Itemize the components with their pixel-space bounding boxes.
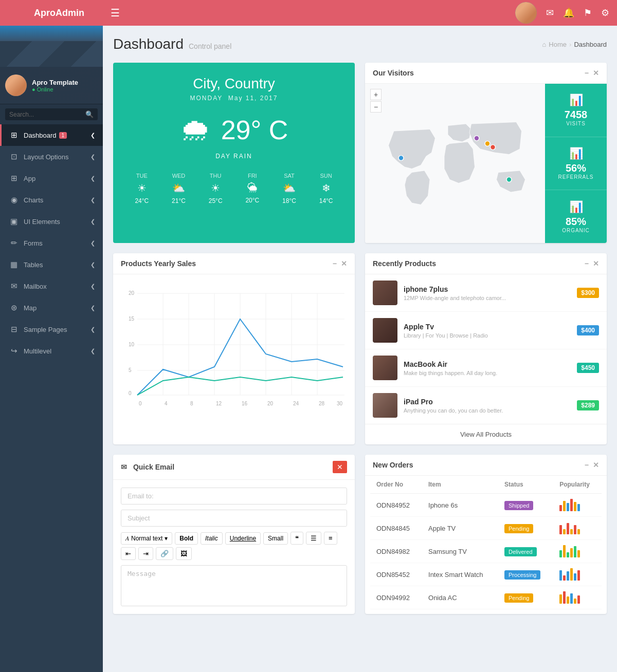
sidebar-item-charts[interactable]: ◉ Charts ❮ [0,189,103,211]
map-zoom-in[interactable]: + [370,89,382,100]
italic-button[interactable]: Italic [201,532,223,545]
map-zoom-out[interactable]: − [370,101,382,113]
small-button[interactable]: Small [263,532,288,545]
home-icon: ⌂ [542,41,547,48]
mail-icon[interactable]: ✉ [546,7,554,18]
table-row: ODN84845 Apple TV Pending [370,517,602,540]
flag-icon[interactable]: ⚑ [584,7,592,18]
product-name-2: MacBook Air [404,360,571,368]
product-desc-2: Make big things happen. All day long. [404,370,571,376]
forecast-day-4: SAT ⛅ 18°C [282,173,296,204]
user-avatar-nav[interactable] [515,2,537,24]
underline-button[interactable]: Underline [225,532,261,545]
email-subject-input[interactable] [121,510,347,527]
email-close-button[interactable]: ✕ [333,461,347,473]
world-map-svg [365,84,545,243]
close-orders-icon[interactable]: ✕ [593,461,599,469]
svg-text:8: 8 [190,401,193,406]
sidebar-item-label: Forms [24,239,43,247]
sidebar-item-label: Dashboard [24,132,57,139]
bold-button[interactable]: Bold [175,532,198,545]
col-item: Item [422,476,498,494]
order-no: ODN84982 [370,540,422,563]
search-input[interactable] [9,111,85,118]
sidebar-item-tables[interactable]: ▦ Tables ❮ [0,254,103,275]
minimize-sales-icon[interactable]: − [333,259,337,268]
product-price-3: $289 [577,400,599,410]
orders-table: Order No Item Status Popularity ODN84952… [370,476,602,609]
hamburger-icon[interactable]: ☰ [111,7,120,19]
sidebar-item-multilevel[interactable]: ↪ Multilevel ❮ [0,340,103,362]
tables-icon: ▦ [9,260,19,269]
weather-temperature: 29° C [221,115,288,145]
sidebar-status: Online [32,86,78,92]
sidebar-item-layout[interactable]: ⊡ Layout Options ❮ [0,146,103,167]
email-to-input[interactable] [121,488,347,505]
view-all-products-button[interactable]: View All Products [365,424,607,444]
sidebar-item-app[interactable]: ⊞ App ❮ [0,167,103,189]
order-status: Delivered [498,540,553,563]
breadcrumb-home[interactable]: Home [549,41,567,48]
order-item: Onida AC [422,586,498,609]
forms-icon: ✏ [9,238,19,248]
format-icon: 𝐴 [125,535,129,542]
bell-icon[interactable]: 🔔 [563,7,574,18]
quote-button[interactable]: ❝ [291,532,303,545]
svg-text:12: 12 [216,401,222,406]
email-message-input[interactable] [121,565,347,606]
product-desc-3: Anything you can do, you can do better. [404,407,571,414]
visits-label: VISITS [566,121,586,126]
minimize-products-icon[interactable]: − [585,259,589,268]
sidebar-item-label: Tables [24,261,43,269]
order-item: Iphone 6s [422,494,498,517]
list-button[interactable]: ☰ [306,532,321,545]
new-orders-header: New Orders − ✕ [365,455,607,476]
minimize-orders-icon[interactable]: − [585,461,589,469]
top-navigation: AproAdmin ☰ ✉ 🔔 ⚑ ⚙ [0,0,617,26]
sidebar-item-map[interactable]: ⊛ Map ❮ [0,297,103,319]
order-popularity [553,494,602,517]
weather-date: MONDAY May 11, 2017 [123,95,344,102]
sidebar-background [0,26,103,67]
gear-icon[interactable]: ⚙ [601,7,609,18]
dropdown-arrow-icon: ▾ [165,535,168,542]
product-thumb-1 [373,318,397,343]
sidebar-item-mailbox[interactable]: ✉ Mailbox ❮ [0,275,103,297]
format-dropdown[interactable]: 𝐴 Normal text ▾ [121,532,172,545]
recently-products-list: iphone 7plus 12MP Wide-angle and telepho… [365,274,607,424]
order-no: ODN85452 [370,563,422,586]
recently-products-title: Recently Products [373,259,436,268]
image-button[interactable]: 🖼 [176,547,192,560]
stat-visits: 📊 7458 VISITS [545,84,607,137]
weather-location: City, Country [123,76,344,92]
referrals-chart-icon: 📊 [569,147,583,160]
order-popularity [553,563,602,586]
search-icon[interactable]: 🔍 [85,110,94,118]
chevron-left-icon: ❮ [90,218,95,225]
product-thumb-2 [373,356,397,380]
outdent-button[interactable]: ⇤ [121,547,136,560]
close-products-icon[interactable]: ✕ [593,259,599,268]
recently-products-card: Recently Products − ✕ iphone 7plus 12MP … [365,253,607,444]
ordered-list-button[interactable]: ≡ [324,532,337,545]
sales-chart-svg: 20 15 10 5 0 0 4 8 12 16 20 24 28 [121,282,347,421]
order-popularity [553,586,602,609]
sidebar-item-sample-pages[interactable]: ⊟ Sample Pages ❮ [0,319,103,340]
product-desc-1: Library | For You | Browse | Radio [404,332,571,339]
visitors-map: + − [365,84,545,243]
sidebar-item-forms[interactable]: ✏ Forms ❮ [0,232,103,254]
minimize-icon[interactable]: − [585,69,589,77]
sidebar-item-ui[interactable]: ▣ UI Elements ❮ [0,211,103,232]
svg-text:0: 0 [129,390,132,396]
svg-text:15: 15 [129,316,135,322]
close-sales-icon[interactable]: ✕ [341,259,347,268]
product-desc-0: 12MP Wide-angle and telephoto camor... [404,295,571,301]
yearly-sales-header: Products Yearly Sales − ✕ [113,253,355,274]
product-thumb-0 [373,281,397,305]
close-icon[interactable]: ✕ [593,69,599,77]
link-button[interactable]: 🔗 [156,547,173,560]
sidebar-item-dashboard[interactable]: ⊞ Dashboard 1 ❮ [0,124,103,146]
indent-button[interactable]: ⇥ [138,547,153,560]
order-popularity [553,517,602,540]
breadcrumb-current: Dashboard [574,41,607,48]
